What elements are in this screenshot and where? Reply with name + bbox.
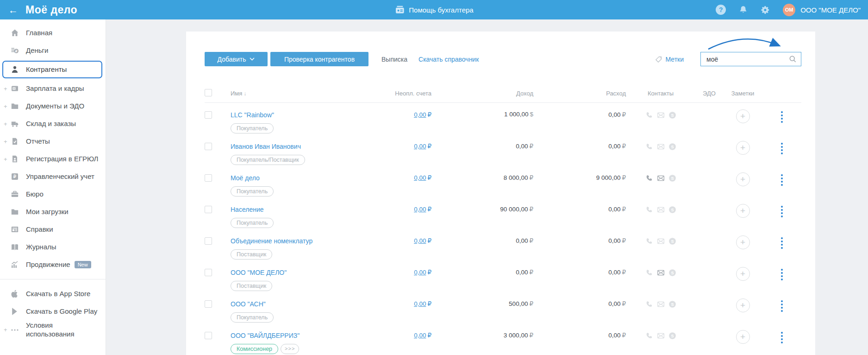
add-note-button[interactable]: + [736, 298, 750, 312]
row-menu-button[interactable] [778, 205, 786, 229]
row-menu-button[interactable] [778, 110, 786, 134]
company-name[interactable]: ООО "МОЕ ДЕЛО" [800, 6, 861, 14]
column-header-name[interactable]: Имя↓ [218, 90, 371, 97]
row-menu-button[interactable] [778, 142, 786, 166]
expand-plus-icon[interactable]: + [4, 138, 10, 145]
row-menu-button[interactable] [778, 173, 786, 197]
sidebar-item[interactable]: Главная [0, 24, 106, 42]
contractor-name-link[interactable]: ООО "МОЕ ДЕЛО" [231, 269, 287, 276]
sidebar-item[interactable]: Скачать в App Store [0, 285, 106, 303]
row-checkbox[interactable] [205, 300, 212, 308]
sidebar-item-label: Документы и ЭДО [26, 102, 84, 111]
sidebar-item[interactable]: Журналы [0, 238, 106, 256]
statement-link[interactable]: Выписка [381, 56, 407, 63]
contractor-name-link[interactable]: Иванов Иван Иванович [231, 143, 301, 150]
sidebar-item[interactable]: +Склад и заказы [0, 115, 106, 133]
row-checkbox[interactable] [205, 332, 212, 339]
sidebar-item[interactable]: ПродвижениеNew [0, 256, 106, 273]
add-note-button[interactable]: + [736, 267, 750, 281]
skype-icon: S [668, 111, 676, 119]
email-icon [657, 332, 665, 340]
add-note-button[interactable]: + [736, 204, 750, 218]
sidebar-item[interactable]: Мои загрузки [0, 203, 106, 221]
contractor-name-link[interactable]: ООО "ВАЙЛДБЕРРИЗ" [231, 332, 300, 339]
sidebar-item[interactable]: Скачать в Google Play [0, 303, 106, 320]
add-note-button[interactable]: + [736, 109, 750, 123]
sidebar-item-label: Отчеты [26, 137, 50, 146]
add-note-button[interactable]: + [736, 330, 750, 344]
tags-link[interactable]: Метки [655, 56, 684, 63]
unpaid-invoices-link[interactable]: 0,00 [414, 300, 426, 307]
unpaid-invoices-link[interactable]: 0,00 [414, 174, 426, 181]
unpaid-invoices-link[interactable]: 0,00 [414, 237, 426, 244]
more-tags-button[interactable]: >>> [281, 344, 299, 354]
sidebar-item[interactable]: +Условия использования [0, 320, 106, 340]
unpaid-invoices-link[interactable]: 0,00 [414, 269, 426, 276]
sidebar-item[interactable]: ₽Управленческий учет [0, 168, 106, 185]
settings-icon[interactable] [761, 5, 770, 15]
sidebar-item[interactable]: +Отчеты [0, 133, 106, 150]
help-icon[interactable]: ? [716, 5, 726, 15]
skype-icon: S [668, 300, 676, 308]
unpaid-invoices-link[interactable]: 0,00 [414, 206, 426, 213]
notifications-icon[interactable] [738, 5, 748, 15]
search-input[interactable] [701, 56, 789, 63]
row-checkbox[interactable] [205, 269, 212, 276]
select-all-checkbox[interactable] [205, 89, 212, 96]
phone-icon[interactable] [645, 174, 653, 182]
check-contractors-button[interactable]: Проверка контрагентов [270, 52, 368, 66]
row-checkbox[interactable] [205, 237, 212, 245]
contractor-name-link[interactable]: ООО "АСН" [231, 300, 266, 308]
expand-plus-icon[interactable]: + [4, 156, 10, 163]
row-menu-button[interactable] [778, 236, 786, 260]
sidebar-item-label: Регистрация в ЕГРЮЛ [26, 155, 98, 164]
sidebar-item[interactable]: Контрагенты [2, 61, 102, 78]
accountant-help-link[interactable]: Помощь бухгалтера [394, 5, 473, 15]
expand-plus-icon[interactable]: + [4, 103, 10, 110]
contractor-name-link[interactable]: Объединение номенклатур [231, 237, 312, 245]
row-checkbox[interactable] [205, 111, 212, 119]
row-checkbox[interactable] [205, 174, 212, 182]
sidebar-item[interactable]: Бюро [0, 185, 106, 203]
contractor-name-link[interactable]: Моё дело [231, 174, 260, 182]
table-row: Моё делоПокупатель0,00₽8 000,00₽9 000,00… [205, 166, 801, 197]
sidebar-item[interactable]: +Документы и ЭДО [0, 97, 106, 115]
row-menu-button[interactable] [778, 268, 786, 292]
avatar[interactable]: ОМ [783, 4, 795, 16]
row-menu-button[interactable] [778, 331, 786, 355]
contractor-name-link[interactable]: LLC "Rainbow" [231, 111, 274, 119]
expense-value: 9 000,00₽ [533, 174, 626, 197]
table-row: LLC "Rainbow"Покупатель0,00₽1 000,00$0,0… [205, 103, 801, 134]
sidebar-item-label: Справки [26, 225, 53, 234]
svg-text:S: S [671, 334, 674, 338]
email-icon[interactable] [657, 269, 665, 277]
add-note-button[interactable]: + [736, 141, 750, 155]
sidebar-item[interactable]: +Зарплата и кадры [0, 80, 106, 97]
expand-plus-icon[interactable]: + [4, 326, 10, 333]
back-button[interactable]: ← [8, 5, 18, 15]
download-directory-link[interactable]: Скачать справочник [418, 56, 479, 63]
expand-plus-icon[interactable]: + [4, 85, 10, 92]
row-menu-button[interactable] [778, 299, 786, 323]
sidebar-item[interactable]: ₽Деньги [0, 42, 106, 59]
email-icon[interactable] [657, 174, 665, 182]
row-checkbox[interactable] [205, 143, 212, 150]
unpaid-invoices-link[interactable]: 0,00 [414, 111, 426, 118]
sidebar-item[interactable]: Справки [0, 221, 106, 238]
sidebar-divider [0, 279, 106, 279]
row-checkbox[interactable] [205, 206, 212, 213]
unpaid-invoices-link[interactable]: 0,00 [414, 332, 426, 339]
add-button[interactable]: Добавить [205, 52, 268, 66]
warehouse-icon [10, 119, 19, 128]
add-note-button[interactable]: + [736, 235, 750, 249]
expand-plus-icon[interactable]: + [4, 120, 10, 127]
add-note-button[interactable]: + [736, 172, 750, 186]
unpaid-invoices-link[interactable]: 0,00 [414, 143, 426, 150]
sidebar-item[interactable]: +Регистрация в ЕГРЮЛ [0, 150, 106, 168]
app-logo[interactable]: Моё дело [25, 4, 77, 16]
new-badge: New [75, 261, 91, 268]
contractor-name-link[interactable]: Население [231, 206, 264, 213]
income-value: 0,00₽ [431, 142, 533, 166]
sidebar-item-label: Условия использования [26, 321, 102, 339]
search-icon[interactable] [789, 55, 797, 63]
